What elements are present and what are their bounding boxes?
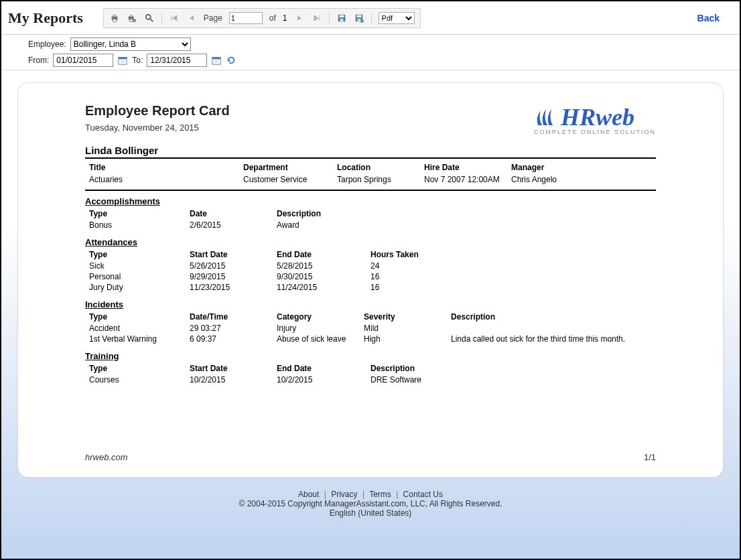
info-hd-mgr: Manager [511,163,656,172]
prev-page-icon[interactable] [186,13,197,23]
logo-swirl-icon [534,105,558,129]
report-footer: hrweb.com 1/1 [85,452,656,462]
refresh-icon[interactable] [226,55,237,66]
page-footer: About | Privacy | Terms | Contact Us © 2… [1,490,740,518]
incidents-grid: Type Date/Time Category Severity Descrip… [85,309,656,346]
info-val-title: Actuaries [89,172,243,187]
info-val-dept: Customer Service [243,172,337,187]
svg-rect-2 [113,19,116,21]
svg-rect-4 [129,14,132,16]
info-hd-dept: Department [243,163,337,172]
svg-rect-5 [129,19,132,21]
att-row: Sick [89,261,190,271]
att-row: Personal [89,271,190,282]
report-date: Tuesday, November 24, 2015 [85,123,230,133]
att-row: Jury Duty [89,282,190,293]
report-title: Employee Report Card [85,103,230,119]
svg-line-8 [150,18,153,21]
print-icon[interactable] [109,13,120,23]
report-toolbar: Page of 1 Pdf [103,8,421,28]
info-hd-hire: Hire Date [424,163,511,172]
info-hd-title: Title [89,163,243,172]
calendar-from-icon[interactable] [117,55,128,66]
footer-about[interactable]: About [298,490,319,499]
first-page-icon[interactable] [169,13,180,23]
of-label: of [269,13,276,23]
acc-row: Bonus [89,220,190,230]
logo-text: HRweb [561,103,634,131]
save-icon[interactable] [336,13,347,23]
employee-info-grid: Title Department Location Hire Date Mana… [85,159,656,191]
training-grid: Type Start Date End Date Description Cou… [85,361,656,387]
to-date-input[interactable] [147,54,207,67]
from-date-input[interactable] [53,54,113,67]
logo: HRweb [534,103,656,131]
svg-rect-13 [356,15,361,17]
section-incidents: Incidents [85,299,656,309]
section-accomplishments: Accomplishments [85,196,656,206]
trn-row: Courses [89,374,190,385]
svg-point-6 [133,18,136,21]
section-training: Training [85,351,656,361]
employee-name: Linda Bollinger [85,145,656,159]
page-input[interactable] [229,12,263,24]
svg-rect-1 [113,14,116,16]
last-page-icon[interactable] [312,13,322,23]
inc-row: Accident [89,323,190,334]
page-label: Page [204,13,222,23]
footer-copyright: © 2004-2015 Copyright ManagerAssistant.c… [1,499,740,508]
section-attendances: Attendances [85,237,656,247]
svg-point-15 [360,19,363,22]
to-label: To: [132,56,143,65]
footer-contact[interactable]: Contact Us [403,490,443,499]
print-current-icon[interactable] [127,13,137,23]
from-label: From: [28,56,49,65]
report-footer-left: hrweb.com [85,452,128,462]
info-val-loc: Tarpon Springs [337,172,424,187]
report-page: Employee Report Card Tuesday, November 2… [17,82,724,478]
save-alt-icon[interactable] [354,13,364,23]
report-footer-right: 1/1 [644,452,656,462]
footer-privacy[interactable]: Privacy [331,490,357,499]
calendar-to-icon[interactable] [211,55,222,66]
total-pages: 1 [283,13,287,23]
next-page-icon[interactable] [294,13,305,23]
svg-rect-21 [212,58,220,60]
info-hd-loc: Location [337,163,424,172]
employee-select[interactable]: Bollinger, Linda B [70,38,191,51]
footer-terms[interactable]: Terms [369,490,391,499]
svg-rect-10 [339,15,344,17]
search-icon[interactable] [144,13,155,23]
export-format-select[interactable]: Pdf [379,12,415,24]
svg-rect-11 [340,18,343,21]
app-title: My Reports [8,9,83,27]
info-val-mgr: Chris Angelo [511,172,656,187]
attendances-grid: Type Start Date End Date Hours Taken Sic… [85,247,656,294]
accomplishments-grid: Type Date Description Bonus 2/6/2015 Awa… [85,206,656,232]
employee-label: Employee: [28,40,66,49]
svg-rect-17 [119,58,127,60]
info-val-hire: Nov 7 2007 12:00AM [424,172,511,187]
inc-row: 1st Verbal Warning [89,334,190,344]
logo-subtitle: COMPLETE ONLINE SOLUTION [534,129,656,135]
filter-bar: Employee: Bollinger, Linda B From: To: [1,35,740,70]
top-toolbar: My Reports Page of 1 [1,1,740,35]
back-link[interactable]: Back [697,13,720,23]
svg-point-7 [146,14,151,19]
footer-locale[interactable]: English (United States) [1,508,740,518]
